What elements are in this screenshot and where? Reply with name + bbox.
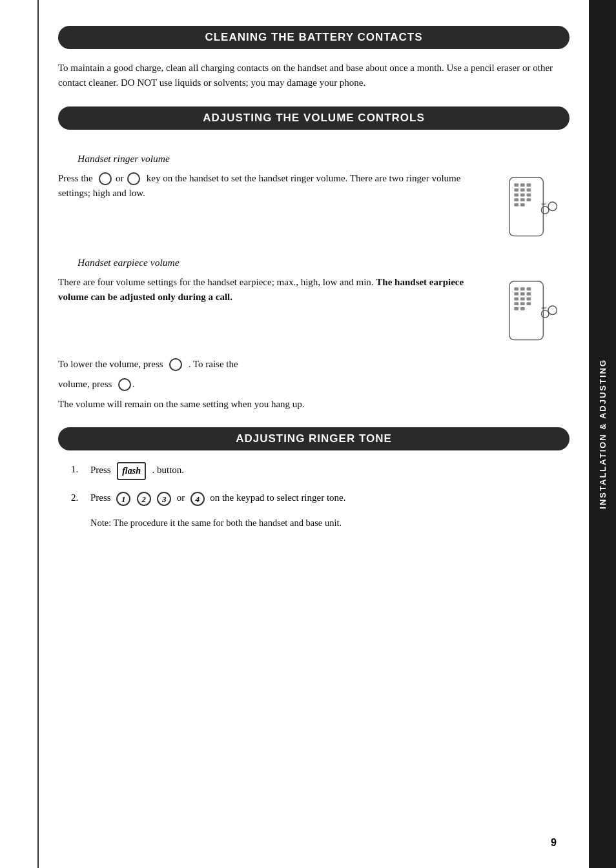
volume-title: ADJUSTING THE VOLUME CONTROLS	[58, 106, 570, 130]
ringer-tone-title: ADJUSTING RINGER TONE	[58, 427, 570, 450]
svg-point-17	[548, 202, 557, 210]
svg-rect-7	[514, 193, 518, 196]
svg-rect-27	[527, 297, 531, 300]
svg-rect-29	[520, 302, 525, 305]
ringer-note: Note: The procedure it the same for both…	[90, 516, 570, 530]
svg-rect-9	[527, 193, 531, 196]
ringer-step-2: 2. Press 1 2 3 or 4 on the keypad to sel…	[71, 490, 570, 506]
battery-section: CLEANING THE BATTERY CONTACTS To maintai…	[58, 26, 570, 91]
page: CLEANING THE BATTERY CONTACTS To maintai…	[0, 0, 616, 868]
phone-image-2: vol	[498, 275, 570, 349]
svg-rect-20	[520, 287, 525, 290]
svg-rect-25	[514, 297, 518, 300]
raise-volume-text: volume, press .	[58, 377, 570, 392]
svg-rect-14	[520, 203, 525, 206]
svg-rect-23	[520, 292, 525, 296]
svg-rect-19	[514, 287, 518, 290]
svg-rect-32	[520, 307, 525, 310]
left-margin	[0, 0, 39, 868]
svg-rect-28	[514, 302, 518, 305]
earpiece-volume-section: There are four volume settings for the h…	[58, 275, 570, 349]
battery-body: To maintain a good charge, clean all cha…	[58, 61, 570, 91]
vol-up-circle	[127, 172, 140, 185]
svg-rect-24	[527, 292, 531, 296]
phone-image-1: vol	[498, 171, 570, 245]
svg-rect-6	[527, 188, 531, 192]
svg-rect-10	[514, 198, 518, 201]
svg-point-35	[548, 306, 557, 314]
keypad-4: 4	[190, 492, 205, 506]
ringer-tone-section: ADJUSTING RINGER TONE 1. Press flash . b…	[58, 427, 570, 530]
step1-content: Press flash . button.	[90, 462, 184, 480]
volume-lower: To lower the volume, press . To raise th…	[58, 357, 570, 412]
svg-rect-26	[520, 297, 525, 300]
svg-rect-13	[514, 203, 518, 206]
right-tab-label: INSTALLATION & ADJUSTING	[598, 359, 608, 509]
svg-rect-2	[520, 183, 525, 187]
battery-title: CLEANING THE BATTERY CONTACTS	[58, 26, 570, 49]
flash-button-label: flash	[117, 462, 146, 480]
svg-rect-21	[527, 287, 531, 290]
ringer-volume-heading: Handset ringer volume	[77, 153, 570, 165]
volume-remain-text: The volume will remain on the same setti…	[58, 397, 570, 412]
svg-rect-8	[520, 193, 525, 196]
svg-rect-22	[514, 292, 518, 296]
page-number: 9	[551, 837, 557, 849]
vol-down-circle	[99, 172, 112, 185]
phone-svg-2: vol	[502, 278, 566, 349]
svg-text:vol: vol	[541, 305, 546, 309]
ringer-step-1: 1. Press flash . button.	[71, 462, 570, 480]
step2-content: Press 1 2 3 or 4 on the keypad to select…	[90, 490, 346, 506]
svg-text:vol: vol	[541, 201, 546, 205]
keypad-1: 1	[116, 492, 130, 506]
ringer-volume-text: Press the or key on the handset to set t…	[58, 171, 486, 245]
svg-rect-31	[514, 307, 518, 310]
lower-volume-text: To lower the volume, press . To raise th…	[58, 357, 570, 372]
svg-rect-11	[520, 198, 525, 201]
keypad-2: 2	[137, 492, 151, 506]
volume-section: ADJUSTING THE VOLUME CONTROLS Handset ri…	[58, 106, 570, 412]
ringer-steps: 1. Press flash . button. 2. Press 1 2 3	[71, 462, 570, 530]
right-tab: INSTALLATION & ADJUSTING	[589, 0, 616, 868]
svg-rect-1	[514, 183, 518, 187]
svg-rect-12	[527, 198, 531, 201]
raise-circle	[118, 378, 131, 391]
svg-point-16	[541, 206, 548, 213]
earpiece-volume-heading: Handset earpiece volume	[77, 257, 570, 268]
main-content: CLEANING THE BATTERY CONTACTS To maintai…	[39, 0, 589, 868]
ringer-volume-section: Press the or key on the handset to set t…	[58, 171, 570, 245]
lower-circle	[169, 358, 182, 371]
svg-rect-30	[527, 302, 531, 305]
svg-point-34	[541, 310, 548, 317]
earpiece-volume-text: There are four volume settings for the h…	[58, 275, 486, 349]
earpiece-body: There are four volume settings for the h…	[58, 275, 486, 305]
ringer-volume-body: Press the or key on the handset to set t…	[58, 171, 486, 201]
phone-svg-1: vol	[502, 174, 566, 245]
keypad-3: 3	[157, 492, 171, 506]
svg-rect-5	[520, 188, 525, 192]
svg-rect-3	[527, 183, 531, 187]
svg-rect-4	[514, 188, 518, 192]
